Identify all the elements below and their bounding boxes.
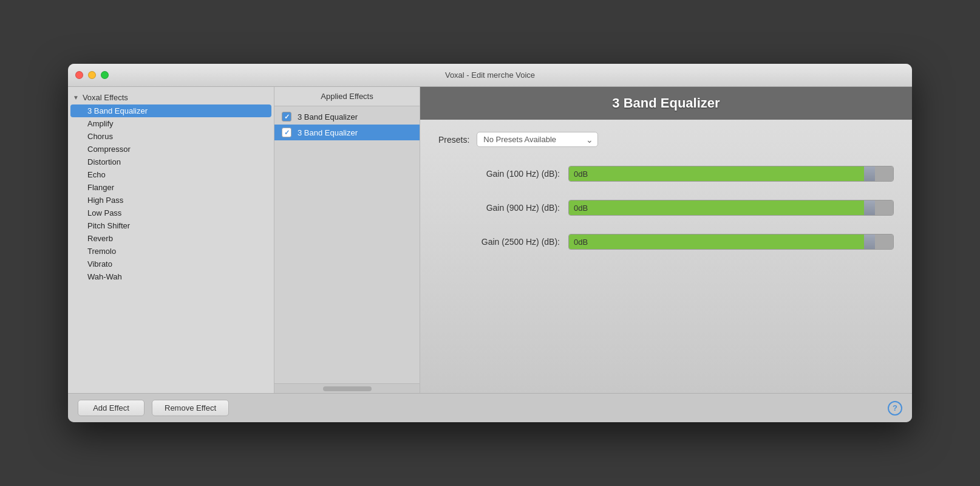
slider-track-gain-900[interactable]: 0dB	[568, 200, 894, 216]
applied-effects-scrollbar[interactable]	[274, 383, 420, 393]
effect-checkbox-effect-2[interactable]: ✓	[282, 128, 291, 137]
slider-fill-gain-100: 0dB	[569, 166, 864, 181]
close-button[interactable]	[75, 71, 83, 79]
slider-remainder-gain-900	[875, 200, 893, 215]
slider-track-gain-100[interactable]: 0dB	[568, 166, 894, 182]
slider-remainder-gain-100	[875, 166, 893, 181]
bottom-right: ?	[888, 401, 902, 416]
sidebar-item-pitch-shifter[interactable]: Pitch Shifter	[68, 219, 274, 232]
checkmark-icon: ✓	[284, 129, 290, 137]
slider-handle-gain-100[interactable]	[864, 166, 875, 181]
sidebar-item-vibrato[interactable]: Vibrato	[68, 258, 274, 270]
sidebar-item-flanger[interactable]: Flanger	[68, 181, 274, 194]
slider-label-gain-900: Gain (900 Hz) (dB):	[438, 203, 560, 213]
sidebar-item-compressor[interactable]: Compressor	[68, 143, 274, 156]
slider-fill-gain-900: 0dB	[569, 200, 864, 215]
slider-fill-gain-2500: 0dB	[569, 234, 864, 249]
add-effect-button[interactable]: Add Effect	[78, 400, 145, 416]
collapse-icon: ▼	[73, 94, 79, 101]
applied-effects-panel: Applied Effects ✓3 Band Equalizer✓3 Band…	[274, 87, 420, 393]
slider-value-gain-100: 0dB	[574, 169, 588, 179]
sidebar-item-chorus[interactable]: Chorus	[68, 130, 274, 143]
main-content: ▼ Voxal Effects 3 Band EqualizerAmplifyC…	[68, 87, 912, 393]
sidebar-item-distortion[interactable]: Distortion	[68, 156, 274, 168]
sidebar-group-label: Voxal Effects	[83, 93, 128, 102]
applied-effect-label-effect-2: 3 Band Equalizer	[298, 128, 358, 137]
applied-effects-header: Applied Effects	[274, 87, 420, 106]
sidebar-item-tremolo[interactable]: Tremolo	[68, 245, 274, 258]
slider-label-gain-100: Gain (100 Hz) (dB):	[438, 169, 560, 179]
checkmark-icon: ✓	[284, 113, 290, 121]
maximize-button[interactable]	[101, 71, 109, 79]
slider-row-gain-100: Gain (100 Hz) (dB):0dB	[438, 165, 894, 182]
window-title: Voxal - Edit merche Voice	[445, 70, 535, 80]
sidebar-items: 3 Band EqualizerAmplifyChorusCompressorD…	[68, 104, 274, 283]
slider-container-gain-2500: 0dB	[568, 233, 894, 250]
slider-container-gain-100: 0dB	[568, 165, 894, 182]
applied-effects-list: ✓3 Band Equalizer✓3 Band Equalizer	[274, 106, 420, 383]
slider-label-gain-2500: Gain (2500 Hz) (dB):	[438, 237, 560, 247]
effect-settings-panel: 3 Band Equalizer Presets: No Presets Ava…	[420, 87, 912, 393]
slider-handle-gain-900[interactable]	[864, 200, 875, 215]
slider-track-gain-2500[interactable]: 0dB	[568, 234, 894, 250]
bottom-bar: Add Effect Remove Effect ?	[68, 393, 912, 422]
effect-body: Presets: No Presets Available Gain (100 …	[420, 120, 912, 393]
remove-effect-button[interactable]: Remove Effect	[152, 400, 229, 416]
applied-effect-effect-2[interactable]: ✓3 Band Equalizer	[274, 125, 420, 140]
sidebar-group-header: ▼ Voxal Effects	[68, 91, 274, 104]
sliders-container: Gain (100 Hz) (dB):0dBGain (900 Hz) (dB)…	[438, 165, 894, 250]
sidebar-item-high-pass[interactable]: High Pass	[68, 194, 274, 207]
sidebar-item-echo[interactable]: Echo	[68, 168, 274, 181]
scrollbar-thumb[interactable]	[323, 386, 372, 391]
main-window: Voxal - Edit merche Voice ▼ Voxal Effect…	[68, 64, 912, 422]
slider-row-gain-2500: Gain (2500 Hz) (dB):0dB	[438, 233, 894, 250]
sidebar: ▼ Voxal Effects 3 Band EqualizerAmplifyC…	[68, 87, 274, 393]
slider-value-gain-900: 0dB	[574, 204, 588, 213]
effect-checkbox-effect-1[interactable]: ✓	[282, 112, 291, 122]
presets-row: Presets: No Presets Available	[438, 132, 894, 147]
titlebar: Voxal - Edit merche Voice	[68, 64, 912, 87]
sidebar-item-amplify[interactable]: Amplify	[68, 117, 274, 130]
applied-effects-items: ✓3 Band Equalizer✓3 Band Equalizer	[274, 109, 420, 140]
traffic-lights	[75, 71, 109, 79]
presets-select[interactable]: No Presets Available	[477, 132, 598, 147]
presets-select-wrapper: No Presets Available	[477, 132, 598, 147]
help-button[interactable]: ?	[888, 401, 902, 416]
sidebar-item-reverb[interactable]: Reverb	[68, 232, 274, 245]
slider-container-gain-900: 0dB	[568, 199, 894, 216]
slider-row-gain-900: Gain (900 Hz) (dB):0dB	[438, 199, 894, 216]
slider-value-gain-2500: 0dB	[574, 238, 588, 247]
sidebar-list: ▼ Voxal Effects 3 Band EqualizerAmplifyC…	[68, 87, 274, 393]
sidebar-item-wah-wah[interactable]: Wah-Wah	[68, 270, 274, 283]
sidebar-item-low-pass[interactable]: Low Pass	[68, 207, 274, 219]
presets-label: Presets:	[438, 135, 469, 145]
effect-title: 3 Band Equalizer	[612, 95, 720, 111]
slider-remainder-gain-2500	[875, 234, 893, 249]
applied-effect-label-effect-1: 3 Band Equalizer	[298, 112, 358, 122]
minimize-button[interactable]	[88, 71, 96, 79]
sidebar-item-3-band-equalizer[interactable]: 3 Band Equalizer	[70, 104, 271, 117]
applied-effect-effect-1[interactable]: ✓3 Band Equalizer	[274, 109, 420, 125]
effect-title-bar: 3 Band Equalizer	[420, 87, 912, 120]
slider-handle-gain-2500[interactable]	[864, 234, 875, 249]
